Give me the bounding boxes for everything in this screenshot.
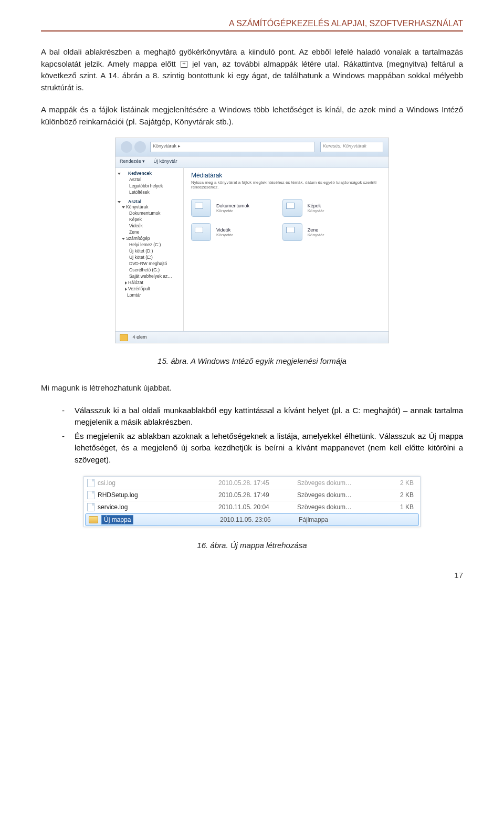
library-sub: Könyvtár [216, 208, 249, 213]
nav-back-icon [121, 141, 132, 153]
sidebar-item: Képek [129, 217, 181, 222]
toolbar-new-library: Új könyvtár [154, 159, 177, 164]
main-title: Médiatárak [191, 172, 381, 179]
file-name: csi.log [98, 479, 116, 487]
figure-15: Könyvtárak ▸ Keresés: Könyvtárak Rendezé… [116, 138, 388, 343]
paragraph-2: A mappák és a fájlok listáinak megjelení… [41, 104, 463, 128]
file-type: Fájlmappa [299, 516, 377, 523]
new-folder-name-input: Új mappa [101, 515, 133, 524]
file-icon [87, 503, 94, 511]
library-name: Zene [308, 227, 324, 233]
folder-icon [89, 516, 98, 523]
library-item: ZeneKönyvtár [282, 220, 374, 244]
file-type: Szöveges dokum… [297, 503, 376, 511]
figure-15-caption: 15. ábra. A Windows Intéző egyik megjele… [41, 356, 463, 365]
library-item: KépekKönyvtár [282, 196, 374, 220]
list-item-2: És megjelenik az ablakban azoknak a lehe… [62, 430, 463, 466]
file-date: 2010.11.05. 23:06 [220, 516, 299, 523]
page-number: 17 [41, 571, 463, 580]
sidebar-item: Asztal [129, 177, 181, 182]
library-icon [191, 223, 211, 241]
sidebar-item: Helyi lemez (C:) [129, 242, 181, 247]
library-sub: Könyvtár [308, 233, 324, 237]
folder-icon [120, 334, 128, 341]
sidebar-item-recycle: Lomtár [127, 292, 181, 298]
sidebar-group-desktop: Asztal [128, 199, 141, 204]
sidebar-item-computer: Számítógép [126, 236, 150, 241]
library-sub: Könyvtár [308, 208, 324, 213]
library-name: Képek [308, 203, 324, 208]
paragraph-1: A bal oldali ablakrészben a meghajtó gyö… [41, 46, 463, 93]
file-name: RHDSetup.log [98, 491, 138, 499]
sidebar-item: Új kötet (D:) [129, 248, 181, 254]
toolbar-organize: Rendezés ▾ [120, 159, 145, 164]
sidebar-item: Videók [129, 223, 181, 228]
library-sub: Könyvtár [216, 233, 233, 237]
list-item-1: Válasszuk ki a bal oldali munkaablakból … [62, 405, 463, 428]
plus-icon: + [181, 61, 187, 68]
sidebar-item-control-panel: Vezérlőpult [125, 286, 181, 291]
file-type: Szöveges dokum… [297, 479, 376, 487]
table-row: csi.log2010.05.28. 17:45Szöveges dokum…2… [84, 477, 420, 489]
file-icon [87, 491, 94, 499]
status-text: 4 elem [133, 334, 147, 340]
sidebar-item: Saját webhelyek az… [129, 274, 181, 279]
sidebar-group-favorites: Kedvencek [128, 171, 152, 176]
file-date: 2010.11.05. 20:04 [218, 503, 297, 511]
table-row: RHDSetup.log2010.05.28. 17:49Szöveges do… [84, 489, 420, 501]
paragraph-3: Mi magunk is létrehozhatunk újabbat. [41, 382, 463, 394]
library-item: DokumentumokKönyvtár [191, 196, 282, 220]
main-subtitle: Nyissa meg a könyvtárat a fájlok megteki… [191, 180, 381, 190]
library-name: Dokumentumok [216, 203, 249, 208]
library-icon [191, 199, 211, 217]
sidebar-item: Cserélhető (G:) [129, 267, 181, 272]
search-input: Keresés: Könyvtárak [320, 142, 383, 152]
file-date: 2010.05.28. 17:49 [218, 491, 297, 499]
sidebar-item: Dokumentumok [129, 211, 181, 216]
library-item: VideókKönyvtár [191, 220, 282, 244]
sidebar-item-libraries: Könyvtárak [126, 204, 149, 209]
file-size: 2 KB [376, 479, 417, 487]
sidebar: Kedvencek Asztal Legutóbbi helyek Letölt… [116, 167, 184, 331]
main-pane: Médiatárak Nyissa meg a könyvtárat a fáj… [184, 167, 388, 331]
library-name: Videók [216, 227, 233, 233]
breadcrumb: Könyvtárak ▸ [150, 142, 315, 152]
sidebar-item: Letöltések [129, 190, 181, 195]
status-bar: 4 elem [116, 331, 388, 343]
toolbar: Rendezés ▾ Új könyvtár [116, 156, 388, 168]
sidebar-item-network: Hálózat [125, 280, 181, 285]
page-header: A SZÁMÍTÓGÉPKEZELÉS ALAPJAI, SZOFTVERHAS… [41, 19, 463, 31]
table-row: service.log2010.11.05. 20:04Szöveges dok… [84, 501, 420, 513]
figure-16: csi.log2010.05.28. 17:45Szöveges dokum…2… [83, 476, 421, 527]
library-icon [282, 223, 302, 241]
sidebar-item: DVD-RW meghajtó [129, 261, 181, 266]
library-icon [282, 199, 302, 217]
file-type: Szöveges dokum… [297, 491, 376, 499]
file-size: 2 KB [376, 491, 417, 499]
file-date: 2010.05.28. 17:45 [218, 479, 297, 487]
figure-16-caption: 16. ábra. Új mappa létrehozása [41, 541, 463, 550]
sidebar-item: Zene [129, 229, 181, 235]
table-row: Új mappa2010.11.05. 23:06Fájlmappa [85, 513, 419, 526]
file-icon [87, 479, 94, 487]
sidebar-item: Legutóbbi helyek [129, 183, 181, 188]
nav-forward-icon [134, 141, 146, 153]
sidebar-item: Új kötet (E:) [129, 255, 181, 260]
file-size: 1 KB [376, 503, 417, 511]
file-name: service.log [98, 503, 128, 511]
